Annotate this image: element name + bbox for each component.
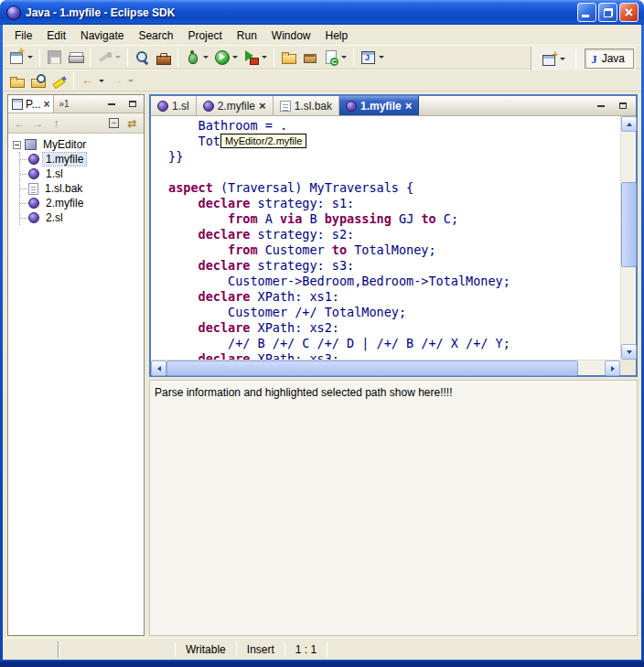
build-button [94, 48, 123, 68]
forward-button [107, 70, 136, 91]
window-title: Java - 1.myfile - Eclipse SDK [26, 6, 573, 19]
restore-icon [604, 8, 613, 17]
java-perspective-button[interactable]: J Java [585, 48, 634, 69]
code-segment: Customer [258, 242, 332, 257]
tree-item-2.myfile[interactable]: 2.myfile [20, 196, 144, 210]
search-button[interactable] [132, 48, 153, 68]
dropdown-arrow-icon [128, 80, 134, 82]
collapse-expander-icon[interactable] [13, 141, 21, 149]
tree-item-2.sl[interactable]: 2.sl [20, 210, 144, 225]
scroll-left-button[interactable] [151, 360, 166, 376]
tab-package-explorer[interactable]: P... [8, 95, 54, 113]
mark-occurrences-button[interactable] [48, 70, 70, 91]
maximize-view-icon [129, 101, 136, 107]
collapse-all-button[interactable] [105, 114, 123, 132]
horizontal-scroll-thumb[interactable] [166, 360, 578, 376]
code-segment: (Traversal) MyTraversals { [213, 180, 413, 195]
menu-window[interactable]: Window [264, 27, 318, 45]
status-writable: Writable [177, 641, 235, 658]
tree-item-1.myfile[interactable]: 1.myfile [20, 152, 144, 167]
code-segment: strategy: s2: [250, 227, 354, 242]
tree-root-label: MyEditor [40, 138, 89, 151]
editor-horizontal-scrollbar[interactable] [151, 360, 620, 375]
back-icon [80, 73, 96, 89]
toolbox-button[interactable] [153, 48, 174, 68]
new-wizard-button[interactable] [6, 48, 36, 68]
tree-root-myeditor[interactable]: MyEditor [11, 137, 144, 152]
scroll-up-button[interactable] [621, 116, 637, 132]
scroll-down-button[interactable] [621, 344, 637, 360]
editor-tab-1.sl.bak[interactable]: 1.sl.bak [274, 96, 339, 115]
code-segment: declare [199, 258, 251, 273]
tree-item-label: 1.sl.bak [42, 182, 85, 195]
code-segment: from [228, 242, 258, 257]
dropdown-arrow-icon [341, 56, 347, 59]
java-browsing-button[interactable] [358, 48, 387, 68]
code-segment: declare [199, 227, 251, 242]
title-bar[interactable]: Java - 1.myfile - Eclipse SDK [0, 0, 644, 25]
menu-project[interactable]: Project [180, 27, 229, 45]
back-button[interactable] [11, 114, 28, 132]
fastview-bar[interactable] [5, 641, 59, 658]
editor-area: 1.sl2.myfile1.sl.bak1.myfile Bathroom = … [149, 94, 638, 377]
menu-edit[interactable]: Edit [39, 27, 73, 45]
external-tools-button[interactable] [241, 48, 270, 68]
new-java-project-button[interactable] [278, 48, 299, 68]
scroll-right-button[interactable] [605, 360, 620, 376]
tree-item-1.sl[interactable]: 1.sl [20, 167, 144, 181]
minimize-editor-button[interactable] [592, 97, 609, 114]
maximize-editor-button[interactable] [614, 97, 631, 114]
menu-navigate[interactable]: Navigate [73, 27, 131, 45]
open-perspective-button[interactable] [541, 50, 567, 68]
code-segment [168, 289, 199, 304]
editor-vertical-scrollbar[interactable] [620, 116, 636, 360]
back-button[interactable] [78, 70, 107, 91]
close-view-icon[interactable] [43, 98, 49, 111]
dropdown-arrow-icon [203, 56, 209, 59]
arrow-up-icon [627, 123, 632, 126]
close-window-button[interactable] [619, 3, 639, 22]
hover-tooltip: MyEditor/2.myfile [220, 134, 306, 148]
debug-button[interactable] [182, 48, 211, 68]
arrow-left-icon [157, 366, 161, 371]
forward-button[interactable] [29, 114, 47, 132]
workbench: P... »1 MyEditor 1.my [3, 91, 641, 638]
restore-window-button[interactable] [598, 3, 617, 22]
print-button[interactable] [65, 48, 86, 68]
editor-tab-label: 1.myfile [360, 100, 402, 113]
open-type-button[interactable] [27, 70, 48, 91]
statusbar-divider [236, 642, 237, 657]
vertical-scroll-thumb[interactable] [621, 182, 637, 267]
close-tab-icon[interactable] [405, 100, 413, 113]
up-button[interactable] [48, 114, 65, 132]
open-type-icon [30, 73, 46, 89]
new-package-button[interactable] [299, 48, 320, 68]
save-button [44, 48, 65, 68]
statusbar-divider [284, 642, 285, 657]
toolbar-separator [177, 48, 178, 67]
code-content[interactable]: Bathroom = . Tot}}aspect (Traversal) MyT… [151, 116, 620, 360]
editor-tab-2.myfile[interactable]: 2.myfile [197, 96, 274, 115]
editor-tab-1.sl[interactable]: 1.sl [151, 96, 197, 115]
menu-help[interactable]: Help [318, 27, 356, 45]
link-with-editor-button[interactable] [123, 114, 141, 132]
minimize-window-button[interactable] [577, 3, 596, 22]
close-tab-icon[interactable] [259, 100, 266, 113]
run-button[interactable] [211, 48, 241, 68]
new-class-button[interactable] [320, 48, 349, 68]
tab-overflow-chevron[interactable]: »1 [59, 99, 69, 109]
menu-run[interactable]: Run [230, 27, 264, 45]
open-file-button[interactable] [6, 70, 27, 91]
package-explorer-tree[interactable]: MyEditor 1.myfile1.sl1.sl.bak2.myfile2.s… [8, 134, 144, 635]
editor-tab-1.myfile[interactable]: 1.myfile [339, 96, 419, 115]
tree-item-1.sl.bak[interactable]: 1.sl.bak [20, 181, 144, 196]
minimize-view-button[interactable] [102, 95, 120, 113]
menu-search[interactable]: Search [131, 27, 180, 45]
maximize-view-button[interactable] [123, 95, 141, 113]
code-segment: to [332, 242, 347, 257]
editor-tabs: 1.sl2.myfile1.sl.bak1.myfile [151, 96, 419, 115]
menu-file[interactable]: File [7, 27, 39, 45]
code-line: }} [168, 149, 620, 165]
code-segment: declare [199, 351, 251, 360]
code-line: /+/ B /+/ C /+/ D | /+/ B /+/ X /+/ Y; [168, 336, 620, 351]
